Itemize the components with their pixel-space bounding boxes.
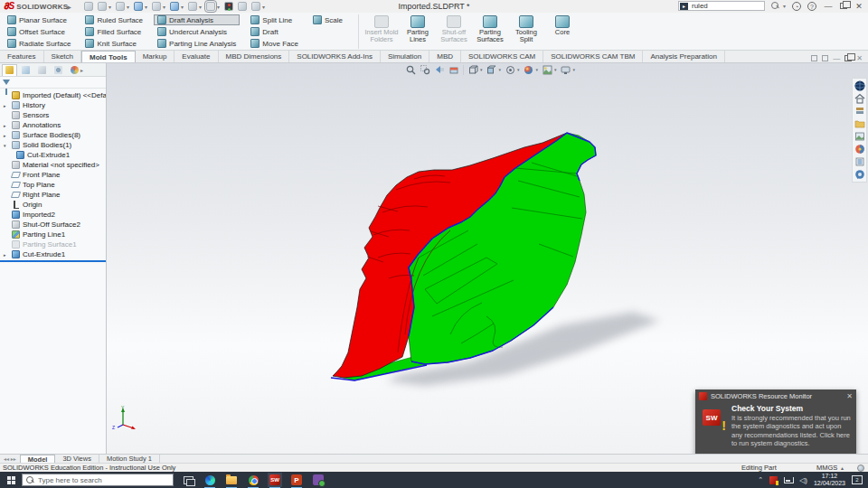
scale-button[interactable]: Scale xyxy=(309,14,346,25)
units-caret-icon[interactable]: ▴ xyxy=(841,465,844,471)
tab-mbd[interactable]: MBD xyxy=(429,51,461,62)
graphics-area[interactable]: ▾ ▾ ▾ ▾ ▾ ▾ xyxy=(107,63,868,454)
tree-item-parting-surface1[interactable]: Parting Surface1 xyxy=(0,239,106,249)
doc-minimize-button[interactable]: — xyxy=(833,54,840,62)
tab-markup[interactable]: Markup xyxy=(136,51,175,62)
account-icon[interactable]: ◔ xyxy=(792,2,801,11)
parting-surfaces-button[interactable]: Parting Surfaces xyxy=(472,14,508,44)
tree-item-solid-bodies[interactable]: ▾Solid Bodies(1) xyxy=(0,140,106,150)
tab-solidworks-cam[interactable]: SOLIDWORKS CAM xyxy=(461,51,543,62)
search-caret-icon[interactable]: ▾ xyxy=(783,3,786,9)
tab-model[interactable]: Model xyxy=(20,455,56,463)
tree-item-material[interactable]: Material <not specified> xyxy=(0,160,106,170)
start-button[interactable] xyxy=(0,472,22,488)
planar-surface-button[interactable]: Planar Surface xyxy=(4,14,74,25)
taskbar-solidworks[interactable]: SW xyxy=(268,473,282,487)
tree-item-right-plane[interactable]: Right Plane xyxy=(0,190,106,200)
options-gear-icon[interactable] xyxy=(251,2,260,11)
tray-expand-icon[interactable]: ⌃ xyxy=(758,476,763,483)
search-icon[interactable] xyxy=(771,2,779,10)
tree-item-imported2[interactable]: Imported2 xyxy=(0,210,106,220)
doc-close-button[interactable]: ✕ xyxy=(856,54,863,62)
ruled-surface-button[interactable]: Ruled Surface xyxy=(81,14,146,25)
tab-simulation[interactable]: Simulation xyxy=(381,51,429,62)
new-document-icon[interactable] xyxy=(98,2,107,11)
volume-icon[interactable]: ◁) xyxy=(799,476,807,484)
redo-caret-icon[interactable]: ▾ xyxy=(199,4,202,10)
minimize-button[interactable]: — xyxy=(823,2,834,11)
tree-item-cut-extrude1[interactable]: ▸Cut-Extrude1 xyxy=(0,249,106,259)
tooling-split-button[interactable]: Tooling Split xyxy=(508,14,544,44)
restore-button[interactable] xyxy=(840,3,847,9)
tree-item-shut-off-surface2[interactable]: Shut-Off Surface2 xyxy=(0,220,106,230)
status-globe-icon[interactable] xyxy=(857,465,864,472)
chevron-right-icon[interactable]: ▶ xyxy=(67,4,71,10)
tree-item-sensors[interactable]: Sensors xyxy=(0,110,106,120)
tree-item-top-plane[interactable]: Top Plane xyxy=(0,180,106,190)
taskbar-powerpoint[interactable]: P xyxy=(289,473,304,487)
taskbar-file-explorer[interactable] xyxy=(224,473,239,487)
fm-tabs-overflow-icon[interactable]: ▸ xyxy=(80,67,83,73)
core-button[interactable]: Core xyxy=(544,14,580,36)
radiate-surface-button[interactable]: Radiate Surface xyxy=(4,38,74,49)
print-icon[interactable] xyxy=(152,2,161,11)
units-label[interactable]: MMGS xyxy=(816,464,837,472)
tab-evaluate[interactable]: Evaluate xyxy=(175,51,218,62)
filled-surface-button[interactable]: Filled Surface xyxy=(81,26,146,37)
search-input[interactable] xyxy=(678,1,765,11)
tree-item-cut-extrude1-body[interactable]: Cut-Extrude1 xyxy=(0,150,106,160)
print-caret-icon[interactable]: ▾ xyxy=(163,4,165,10)
tab-sketch[interactable]: Sketch xyxy=(44,51,81,62)
select-cursor-icon[interactable] xyxy=(206,2,215,11)
draft-analysis-button[interactable]: Draft Analysis xyxy=(154,14,240,25)
tab-features[interactable]: Features xyxy=(0,51,44,62)
taskbar-search[interactable]: Type here to search xyxy=(22,474,174,486)
tree-item-history[interactable]: ▸History xyxy=(0,100,106,110)
undo-icon[interactable] xyxy=(170,2,179,11)
tab-solidworks-add-ins[interactable]: SOLIDWORKS Add-Ins xyxy=(289,51,381,62)
configurationmanager-tab[interactable] xyxy=(34,64,50,76)
tree-item-surface-bodies[interactable]: ▸Surface Bodies(8) xyxy=(0,130,106,140)
taskbar-clock[interactable]: 17:12 12/04/2023 xyxy=(814,473,845,487)
propertymanager-tab[interactable] xyxy=(18,64,33,76)
task-view-button[interactable] xyxy=(181,473,195,487)
tree-item-root[interactable]: Imported (Default) <<Default>_Dis xyxy=(0,90,106,100)
tab-mold-tools[interactable]: Mold Tools xyxy=(81,51,136,62)
traffic-light-icon[interactable] xyxy=(224,2,233,11)
tab-solidworks-cam-tbm[interactable]: SOLIDWORKS CAM TBM xyxy=(543,51,643,62)
tab-analysis-preparation[interactable]: Analysis Preparation xyxy=(643,51,724,62)
offset-surface-button[interactable]: Offset Surface xyxy=(4,26,74,37)
tab-motion-study-1[interactable]: Motion Study 1 xyxy=(99,455,160,463)
tab-mbd-dimensions[interactable]: MBD Dimensions xyxy=(219,51,290,62)
doc-restore-button[interactable] xyxy=(844,55,852,61)
tab-3d-views[interactable]: 3D Views xyxy=(55,455,99,463)
options-caret-icon[interactable]: ▾ xyxy=(262,4,265,10)
open-icon[interactable] xyxy=(116,2,125,11)
network-icon[interactable] xyxy=(784,476,793,483)
redo-icon[interactable] xyxy=(188,2,197,11)
doc-prev-window-icon[interactable] xyxy=(811,55,817,61)
tree-item-parting-line1[interactable]: Parting Line1 xyxy=(0,230,106,239)
tree-item-annotations[interactable]: ▸Annotations xyxy=(0,120,106,130)
split-line-button[interactable]: Split Line xyxy=(247,14,302,25)
save-icon[interactable] xyxy=(134,2,143,11)
new-caret-icon[interactable]: ▾ xyxy=(108,4,111,10)
help-icon[interactable]: ? xyxy=(807,2,816,11)
notification-close-icon[interactable]: ✕ xyxy=(846,392,853,400)
properties-icon[interactable] xyxy=(238,2,247,11)
taskbar-edge[interactable] xyxy=(203,473,217,487)
dimxpertmanager-tab[interactable] xyxy=(51,64,66,76)
taskbar-chrome[interactable] xyxy=(246,473,260,487)
doc-next-window-icon[interactable] xyxy=(822,55,828,61)
close-button[interactable]: ✕ xyxy=(854,2,864,11)
save-caret-icon[interactable]: ▾ xyxy=(145,4,147,10)
search-scope-icon[interactable]: ▸ xyxy=(680,3,688,10)
action-center-icon[interactable]: 2 xyxy=(852,475,863,484)
taskbar-app[interactable] xyxy=(311,473,326,487)
undo-caret-icon[interactable]: ▾ xyxy=(181,4,184,10)
rollback-bar[interactable] xyxy=(0,260,106,262)
tree-item-front-plane[interactable]: Front Plane xyxy=(0,170,106,180)
command-search[interactable]: ▸ xyxy=(678,1,765,11)
notification-body[interactable]: It is strongly recommended that you run … xyxy=(731,414,851,448)
undercut-analysis-button[interactable]: Undercut Analysis xyxy=(154,26,240,37)
